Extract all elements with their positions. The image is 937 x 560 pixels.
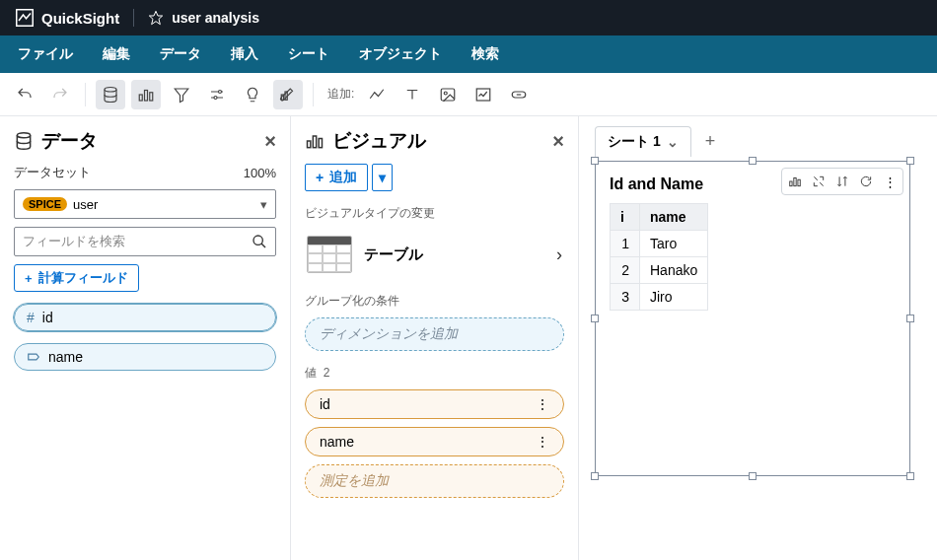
number-icon: # xyxy=(27,310,35,325)
table-row[interactable]: 1Taro xyxy=(611,231,708,257)
parameters-button[interactable] xyxy=(202,80,232,109)
chevron-down-icon: ⌄ xyxy=(667,134,679,150)
sliders-icon xyxy=(208,86,226,104)
insights-button[interactable] xyxy=(238,80,267,109)
resize-handle[interactable] xyxy=(591,157,599,165)
chevron-down-icon: ▾ xyxy=(260,197,267,212)
visual-panel: ビジュアル × + 追加 ▾ ビジュアルタイプの変更 テーブル › xyxy=(291,116,579,560)
analysis-title[interactable]: user analysis xyxy=(148,10,259,26)
visual-type-button[interactable] xyxy=(784,171,806,192)
data-panel-title: データ xyxy=(41,128,98,154)
add-visual-button[interactable]: + 追加 xyxy=(305,164,368,191)
add-calculated-field[interactable]: + 計算フィールド xyxy=(14,264,139,292)
menu-object[interactable]: オブジェクト xyxy=(349,39,452,69)
table-type-icon xyxy=(307,236,352,273)
visual-panel-toggle[interactable] xyxy=(131,80,161,109)
svg-rect-18 xyxy=(313,136,316,148)
menu-sheet[interactable]: シート xyxy=(278,39,339,69)
kebab-icon: ⋮ xyxy=(884,175,897,189)
chart-icon xyxy=(788,175,802,188)
kebab-icon[interactable]: ⋮ xyxy=(536,396,549,412)
sort-button[interactable] xyxy=(831,171,853,192)
quicksight-logo-icon xyxy=(16,9,34,27)
add-visual-dropdown[interactable]: ▾ xyxy=(372,164,393,191)
calc-field-label: 計算フィールド xyxy=(38,269,128,287)
table-header-row: i name xyxy=(611,204,708,231)
value-well-drop[interactable]: 測定を追加 xyxy=(305,464,564,498)
add-kpi-button[interactable] xyxy=(468,80,498,109)
close-visual-panel[interactable]: × xyxy=(552,130,564,153)
value-well-name[interactable]: name ⋮ xyxy=(305,427,564,456)
add-sheet-button[interactable]: + xyxy=(697,129,724,154)
svg-marker-6 xyxy=(175,89,188,103)
menu-edit[interactable]: 編集 xyxy=(93,39,140,69)
data-panel-toggle[interactable] xyxy=(96,80,125,109)
close-data-panel[interactable]: × xyxy=(264,130,276,153)
line-icon xyxy=(368,86,386,104)
resize-handle[interactable] xyxy=(906,157,914,165)
analysis-name: user analysis xyxy=(172,10,259,26)
undo-button[interactable] xyxy=(10,80,39,109)
visual-type-selector[interactable]: テーブル › xyxy=(305,230,564,279)
value-well-label: id xyxy=(320,396,330,412)
visual-menu-button[interactable]: ⋮ xyxy=(879,171,901,192)
image-icon xyxy=(439,86,457,104)
value-count: 2 xyxy=(324,366,330,380)
filter-panel-toggle[interactable] xyxy=(167,80,196,109)
menu-insert[interactable]: 挿入 xyxy=(221,39,268,69)
redo-button[interactable] xyxy=(45,80,75,109)
dataset-dropdown[interactable]: SPICE user ▾ xyxy=(14,189,276,219)
field-name-label: name xyxy=(48,349,83,365)
star-icon[interactable] xyxy=(148,10,164,26)
field-id[interactable]: # id xyxy=(14,304,276,331)
svg-rect-5 xyxy=(150,92,153,100)
add-line-button[interactable] xyxy=(362,80,392,109)
menu-file[interactable]: ファイル xyxy=(8,39,83,69)
menu-data[interactable]: データ xyxy=(150,39,211,69)
brand-logo: QuickSight xyxy=(16,9,119,27)
resize-handle[interactable] xyxy=(591,315,599,322)
data-panel-header: データ × xyxy=(0,116,290,164)
resize-handle[interactable] xyxy=(749,472,757,480)
dataset-row-header: データセット 100% xyxy=(14,164,276,181)
menu-search[interactable]: 検索 xyxy=(462,39,509,69)
group-by-well[interactable]: ディメンションを追加 xyxy=(305,317,564,351)
resize-handle[interactable] xyxy=(906,315,914,322)
field-search-input[interactable]: フィールドを検索 xyxy=(14,227,276,256)
add-text-button[interactable] xyxy=(397,80,427,109)
value-well-id[interactable]: id ⋮ xyxy=(305,389,564,419)
resize-handle[interactable] xyxy=(906,472,914,480)
resize-handle[interactable] xyxy=(591,472,599,480)
theme-button[interactable] xyxy=(273,80,303,109)
add-image-button[interactable] xyxy=(433,80,463,109)
table-row[interactable]: 3Jiro xyxy=(611,284,708,311)
table-header[interactable]: i xyxy=(611,204,640,231)
kebab-icon[interactable]: ⋮ xyxy=(536,434,549,450)
svg-point-15 xyxy=(17,133,30,138)
kpi-icon xyxy=(474,86,492,104)
value-label-text: 値 xyxy=(305,366,317,380)
toolbar-sep2 xyxy=(313,83,314,106)
svg-rect-4 xyxy=(145,90,148,101)
table-cell: 1 xyxy=(611,231,640,257)
svg-point-7 xyxy=(219,90,222,93)
data-table: i name 1Taro 2Hanako 3Jiro xyxy=(610,203,708,311)
field-name[interactable]: name xyxy=(14,343,276,371)
add-link-button[interactable] xyxy=(504,80,534,109)
undo-icon xyxy=(16,86,34,104)
menu-bar: ファイル 編集 データ 挿入 シート オブジェクト 検索 xyxy=(0,35,937,73)
table-header[interactable]: name xyxy=(640,204,708,231)
resize-handle[interactable] xyxy=(749,157,757,165)
sheet-tab[interactable]: シート 1 ⌄ xyxy=(595,126,691,157)
table-row[interactable]: 2Hanako xyxy=(611,257,708,284)
table-cell: Taro xyxy=(640,231,708,257)
refresh-button[interactable] xyxy=(855,171,877,192)
visual-frame[interactable]: ⋮ Id and Name i name 1Taro 2Hanako 3Jiro xyxy=(595,161,910,476)
expand-button[interactable] xyxy=(808,171,829,192)
svg-point-12 xyxy=(445,92,448,95)
refresh-icon xyxy=(859,175,873,188)
chevron-down-icon: ▾ xyxy=(379,170,386,185)
chevron-right-icon: › xyxy=(556,245,562,265)
data-panel-body: データセット 100% SPICE user ▾ フィールドを検索 + 計算フィ… xyxy=(0,164,290,385)
canvas: シート 1 ⌄ + ⋮ Id and Name xyxy=(579,116,937,560)
